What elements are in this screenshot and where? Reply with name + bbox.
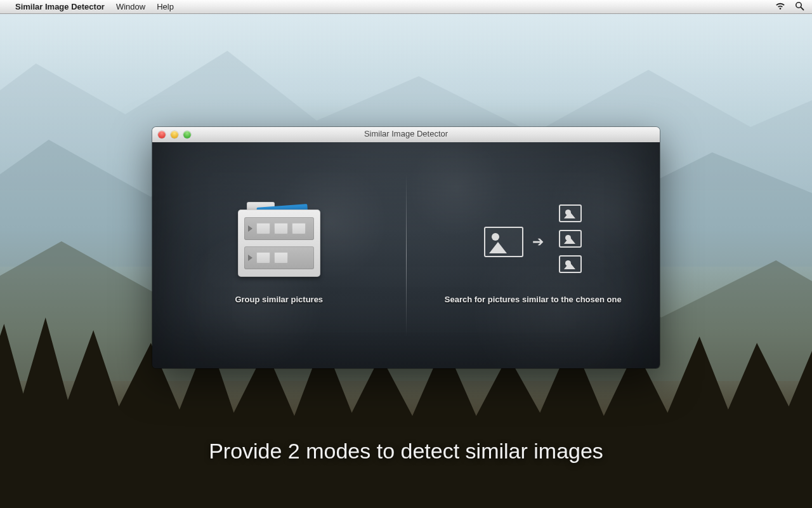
window-body: Group similar pictures ➔ Search for pict…: [152, 142, 660, 368]
menu-help[interactable]: Help: [157, 2, 174, 11]
spotlight-icon[interactable]: [795, 1, 804, 13]
window-title: Similar Image Detector: [152, 129, 660, 138]
menubar: Similar Image Detector Window Help: [0, 0, 812, 14]
search-cluster-icon: ➔: [484, 207, 582, 277]
mode-search-label: Search for pictures similar to the chose…: [445, 295, 622, 304]
folder-icon: [238, 207, 320, 277]
app-window: Similar Image Detector Group similar pic…: [152, 127, 660, 368]
menu-window[interactable]: Window: [116, 2, 145, 11]
mode-group-similar[interactable]: Group similar pictures: [152, 142, 406, 368]
mode-group-label: Group similar pictures: [235, 295, 323, 304]
svg-line-1: [801, 7, 803, 10]
image-icon: [559, 255, 582, 273]
wifi-icon[interactable]: [775, 1, 786, 12]
promo-caption: Provide 2 modes to detect similar images: [0, 439, 812, 464]
window-titlebar[interactable]: Similar Image Detector: [152, 127, 660, 143]
image-icon: [559, 230, 582, 248]
menubar-app-name[interactable]: Similar Image Detector: [15, 2, 105, 11]
image-icon: [484, 227, 523, 257]
arrow-right-icon: ➔: [532, 234, 544, 250]
mode-search-similar[interactable]: ➔ Search for pictures similar to the cho…: [407, 142, 660, 368]
image-icon: [559, 204, 582, 222]
